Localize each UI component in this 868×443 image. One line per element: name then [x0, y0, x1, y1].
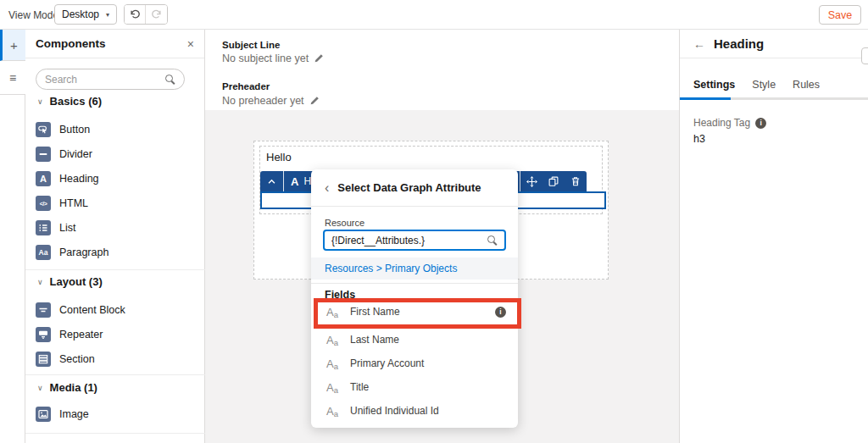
breadcrumb-row: Resources > Primary Objects: [311, 257, 518, 280]
component-item-list[interactable]: List: [36, 217, 195, 239]
chevron-left-icon[interactable]: ‹: [325, 181, 329, 195]
duplicate-icon: [548, 176, 559, 186]
redo-button[interactable]: [146, 5, 167, 24]
tab-rules[interactable]: Rules: [793, 79, 820, 91]
move-button[interactable]: [520, 171, 542, 191]
heading-tag-value: h3: [693, 133, 705, 145]
tab-settings[interactable]: Settings: [693, 79, 735, 91]
letter-a-icon: A: [36, 171, 51, 186]
section-header-layout[interactable]: ∨ Layout (3): [37, 275, 103, 288]
undo-button[interactable]: [125, 5, 146, 24]
component-item-html[interactable]: </> HTML: [36, 192, 195, 214]
component-label: Section: [59, 353, 95, 365]
email-builder-app: View Mode: Desktop ▾ Save: [0, 0, 868, 443]
info-icon[interactable]: [755, 118, 766, 129]
component-item-paragraph[interactable]: Aa Paragraph: [36, 241, 195, 263]
view-mode-value: Desktop: [62, 8, 99, 20]
component-item-section[interactable]: Section: [36, 348, 195, 370]
component-label: Button: [59, 124, 90, 136]
redo-icon: [151, 8, 163, 20]
edit-pencil-icon[interactable]: [314, 53, 324, 64]
components-panel-title: Components: [36, 37, 106, 50]
text-aa-icon: Aa: [326, 356, 342, 371]
preheader-value[interactable]: No preheader yet: [222, 95, 320, 107]
content-lines-icon: [36, 302, 51, 318]
field-label: First Name: [350, 306, 400, 318]
component-item-content-block[interactable]: Content Block: [36, 299, 195, 321]
resource-input[interactable]: [331, 235, 476, 246]
left-rail: + ≡: [0, 30, 25, 443]
duplicate-button[interactable]: [542, 171, 565, 191]
component-item-repeater[interactable]: Repeater: [36, 324, 195, 346]
info-icon[interactable]: [495, 307, 506, 318]
save-button[interactable]: Save: [819, 5, 861, 25]
section-label: Basics (6): [50, 95, 102, 108]
preheader-label: Preheader: [222, 81, 270, 91]
component-item-button[interactable]: Button: [36, 119, 195, 141]
edit-pencil-icon[interactable]: [309, 96, 320, 106]
popup-header: ‹ Select Data Graph Attribute: [311, 169, 518, 207]
close-icon[interactable]: ×: [187, 38, 194, 50]
field-label: Last Name: [350, 334, 399, 346]
section-header-media[interactable]: ∨ Media (1): [37, 381, 97, 394]
search-input[interactable]: [45, 74, 164, 86]
field-item-title[interactable]: Aa Title: [311, 375, 518, 399]
collapse-toolbar-button[interactable]: [260, 171, 284, 191]
chevron-down-icon: ∨: [37, 384, 43, 392]
divider: [25, 433, 205, 434]
move-icon: [526, 176, 537, 187]
component-item-heading[interactable]: A Heading: [36, 168, 195, 190]
email-canvas: Subject Line No subject line yet Prehead…: [205, 30, 679, 443]
button-pointer-icon: [36, 122, 51, 137]
component-item-divider[interactable]: Divider: [36, 143, 195, 165]
clipped-edge-button[interactable]: [861, 47, 868, 64]
subject-line-value[interactable]: No subject line yet: [222, 53, 324, 64]
popup-title: Select Data Graph Attribute: [337, 181, 481, 194]
field-item-last-name[interactable]: Aa Last Name: [311, 328, 518, 352]
code-brackets-icon: </>: [36, 196, 51, 211]
component-label: Content Block: [59, 304, 125, 316]
picture-icon: [36, 407, 51, 422]
field-item-unified-individual-id[interactable]: Aa Unified Individual Id: [311, 399, 518, 423]
component-label: Paragraph: [59, 246, 108, 258]
delete-button[interactable]: [565, 171, 587, 191]
layers-icon: ≡: [9, 71, 16, 85]
active-tab-indicator: [680, 97, 731, 100]
field-item-primary-account[interactable]: Aa Primary Account: [311, 352, 518, 375]
field-label: Title: [350, 381, 369, 393]
left-arrow-icon[interactable]: ←: [693, 37, 705, 51]
divider: [311, 283, 518, 284]
properties-tabs: Settings Style Rules: [693, 79, 820, 91]
component-item-image[interactable]: Image: [36, 403, 195, 425]
view-mode-dropdown[interactable]: Desktop ▾: [54, 4, 117, 25]
properties-panel: ← Heading Settings Style Rules Heading T…: [679, 30, 868, 443]
field-label: Primary Account: [350, 357, 424, 369]
layers-tab[interactable]: ≡: [0, 61, 25, 95]
subject-line-label: Subject Line: [222, 40, 280, 50]
section-header-basics[interactable]: ∨ Basics (6): [37, 95, 102, 108]
data-graph-attribute-popup: ‹ Select Data Graph Attribute Resource R…: [311, 169, 518, 428]
field-item-first-name[interactable]: Aa First Name: [311, 300, 518, 324]
undo-icon: [129, 8, 141, 20]
breadcrumb[interactable]: Resources > Primary Objects: [325, 263, 457, 274]
heading-tag-label: Heading Tag: [693, 117, 750, 129]
divider: [25, 374, 205, 375]
text-aa-icon: Aa: [326, 304, 342, 319]
top-toolbar: View Mode: Desktop ▾ Save: [0, 0, 868, 30]
email-text[interactable]: Hello: [266, 151, 292, 163]
add-components-tab[interactable]: +: [0, 30, 25, 61]
section-label: Layout (3): [50, 275, 103, 288]
resource-input-wrap: [323, 230, 506, 251]
text-aa-icon: Aa: [326, 379, 342, 395]
tab-style[interactable]: Style: [752, 79, 776, 91]
properties-title: Heading: [714, 36, 764, 51]
component-search: [36, 69, 185, 90]
plus-icon: +: [10, 38, 18, 53]
bulleted-list-icon: [36, 220, 51, 235]
heading-tag-row: Heading Tag: [693, 117, 766, 129]
preheader-text: No preheader yet: [222, 95, 304, 107]
heading-type-icon: A: [291, 175, 298, 188]
field-label: Unified Individual Id: [350, 405, 439, 417]
properties-header: ← Heading: [680, 30, 868, 58]
fields-heading: Fields: [325, 289, 355, 301]
